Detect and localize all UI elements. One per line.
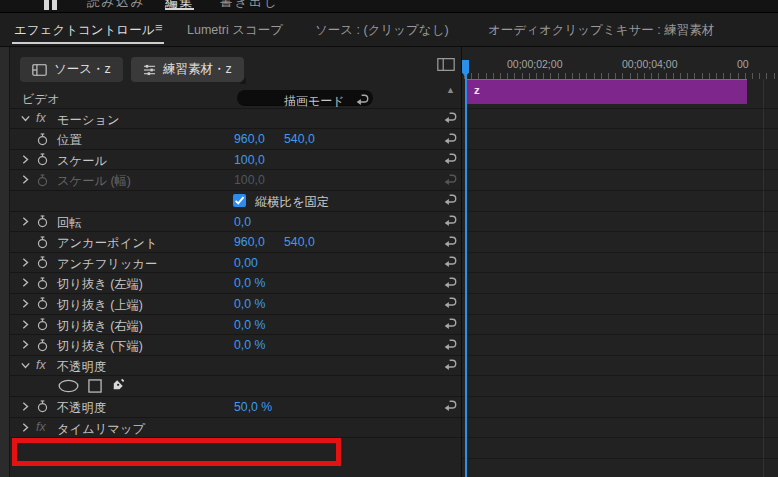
crop-bottom-value[interactable]: 0,0 % <box>234 338 265 352</box>
opacity-label: 不透明度 <box>57 400 106 417</box>
reset-parameter-button[interactable] <box>444 174 458 185</box>
chevron-right-icon[interactable] <box>22 278 29 287</box>
chevron-right-icon[interactable] <box>22 299 29 308</box>
ellipse-mask-icon[interactable] <box>57 379 80 393</box>
crop-left-value[interactable]: 0,0 % <box>234 276 265 290</box>
crop-top-value[interactable]: 0,0 % <box>234 297 265 311</box>
stopwatch-icon[interactable] <box>37 174 48 187</box>
row-opacity: 不透明度50,0 % <box>10 397 461 418</box>
crop-top-label: 切り抜き (上端) <box>57 297 143 314</box>
stopwatch-icon[interactable] <box>37 236 48 249</box>
tab-audio-clip-mixer[interactable]: オーディオクリップミキサー : 練習素材 <box>488 22 714 39</box>
motion-label: モーション <box>57 112 120 129</box>
fx-badge-icon[interactable]: fx <box>36 358 46 372</box>
anti-flicker-value[interactable]: 0,00 <box>234 256 258 270</box>
reset-parameter-button[interactable] <box>444 297 458 308</box>
stopwatch-icon[interactable] <box>37 400 48 413</box>
chevron-right-icon[interactable] <box>22 402 29 411</box>
scale-width-label: スケール (幅) <box>57 173 131 190</box>
blend-mode-label: 描画モード <box>284 93 345 110</box>
stopwatch-icon[interactable] <box>37 318 48 331</box>
row-scale: スケール100,0 <box>10 150 461 171</box>
panel-tab-bar: エフェクトコントロール ≡ Lumetri スコープ ソース : (クリップなし… <box>0 13 778 47</box>
position-value[interactable]: 540,0 <box>284 132 315 146</box>
tab-source-monitor[interactable]: ソース : (クリップなし) <box>315 22 449 39</box>
rotation-value[interactable]: 0,0 <box>234 215 251 229</box>
effect-sliders-icon <box>143 64 156 76</box>
reset-parameter-button[interactable] <box>444 194 458 205</box>
workspace-tab-export[interactable]: 書き出し <box>220 0 279 11</box>
anchor-point-value[interactable]: 960,0 <box>234 235 265 249</box>
reset-parameter-button[interactable] <box>444 256 458 267</box>
effect-controls-timeline[interactable]: 00;00;02;00 00;00;04;00 00 z <box>462 47 778 477</box>
reset-parameter-button[interactable] <box>444 236 458 247</box>
timeline-clip[interactable]: z <box>466 79 747 104</box>
fx-badge-icon[interactable]: fx <box>36 111 46 125</box>
row-anti-flicker: アンチフリッカー0,00 <box>10 253 461 274</box>
row-anchor-point: アンカーポイント960,0540,0 <box>10 232 461 253</box>
crop-bottom-label: 切り抜き (下端) <box>57 338 143 355</box>
reset-parameter-button[interactable] <box>444 277 458 288</box>
fx-badge-icon[interactable]: fx <box>36 420 46 434</box>
stopwatch-icon[interactable] <box>37 215 48 228</box>
timecode-label: 00 <box>737 58 749 70</box>
source-clip-tab[interactable]: ソース・z <box>20 57 123 82</box>
chevron-right-icon[interactable] <box>22 175 29 184</box>
uniform-scale-checkbox[interactable] <box>233 194 246 207</box>
chevron-right-icon[interactable] <box>22 423 29 432</box>
timecode-label: 00;00;04;00 <box>622 58 677 70</box>
anchor-point-value[interactable]: 540,0 <box>284 235 315 249</box>
opacity-effect-label: 不透明度 <box>57 359 106 376</box>
tab-lumetri-scopes[interactable]: Lumetri スコープ <box>187 22 283 39</box>
stopwatch-icon[interactable] <box>37 339 48 352</box>
tab-fold-corner <box>239 77 246 84</box>
chevron-right-icon[interactable] <box>22 217 29 226</box>
rect-mask-icon[interactable] <box>88 379 102 393</box>
position-value[interactable]: 960,0 <box>234 132 265 146</box>
stopwatch-icon[interactable] <box>37 256 48 269</box>
chevron-right-icon[interactable] <box>22 340 29 349</box>
chevron-right-icon[interactable] <box>22 258 29 267</box>
panel-menu-icon[interactable]: ≡ <box>155 20 163 35</box>
crop-right-value[interactable]: 0,0 % <box>234 318 265 332</box>
stopwatch-icon[interactable] <box>37 133 48 146</box>
reset-parameter-button[interactable] <box>444 318 458 329</box>
row-position: 位置960,0540,0 <box>10 129 461 150</box>
reset-parameter-button[interactable] <box>444 133 458 144</box>
stopwatch-icon[interactable] <box>37 153 48 166</box>
crop-right-label: 切り抜き (右端) <box>57 318 143 335</box>
source-clip-tab-label: ソース・z <box>54 61 111 78</box>
anchor-point-label: アンカーポイント <box>57 235 157 252</box>
crop-left-label: 切り抜き (左端) <box>57 276 143 293</box>
reset-parameter-button[interactable] <box>444 112 458 123</box>
active-workspace-underline <box>165 8 194 10</box>
timeline-row-separators <box>462 88 778 460</box>
row-scale-width: スケール (幅)100,0 <box>10 170 461 191</box>
sequence-clip-tab[interactable]: 練習素材・z <box>131 57 244 82</box>
pen-mask-icon[interactable] <box>112 378 125 391</box>
highlight-annotation-box <box>12 438 341 466</box>
workspace-tab-import[interactable]: 読み込み <box>87 0 146 11</box>
reset-parameter-button[interactable] <box>444 153 458 164</box>
reset-parameter-button[interactable] <box>356 94 370 105</box>
tab-effect-controls[interactable]: エフェクトコントロール <box>14 22 154 39</box>
scale-value[interactable]: 100,0 <box>234 153 265 167</box>
opacity-value[interactable]: 50,0 % <box>234 400 272 414</box>
stopwatch-icon[interactable] <box>37 277 48 290</box>
row-uniform-scale: 縦横比を固定 <box>10 191 461 212</box>
scale-width-value[interactable]: 100,0 <box>234 173 265 187</box>
chevron-right-icon[interactable] <box>22 155 29 164</box>
reset-parameter-button[interactable] <box>444 400 458 411</box>
anti-flicker-label: アンチフリッカー <box>57 256 157 273</box>
chevron-right-icon[interactable] <box>22 320 29 329</box>
reset-parameter-button[interactable] <box>444 359 458 370</box>
reset-parameter-button[interactable] <box>444 339 458 350</box>
effect-controls-panel: ソース・z 練習素材・z ▲ ビデオfxモーション位置960,0540,0スケー… <box>10 47 461 477</box>
row-blend-mode: 描画モード通常 <box>237 90 373 106</box>
stopwatch-icon[interactable] <box>37 297 48 310</box>
chevron-down-icon[interactable] <box>22 361 29 370</box>
reset-parameter-button[interactable] <box>444 215 458 226</box>
split-panel-icon[interactable] <box>437 58 455 71</box>
row-time-remapping: fxタイムリマップ <box>10 418 461 439</box>
chevron-down-icon[interactable] <box>22 114 29 123</box>
